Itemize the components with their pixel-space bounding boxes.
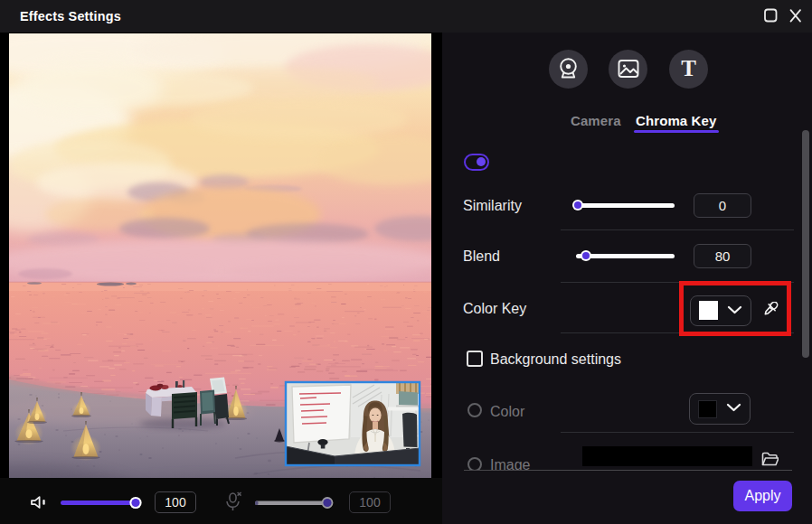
- svg-text:T: T: [681, 56, 696, 80]
